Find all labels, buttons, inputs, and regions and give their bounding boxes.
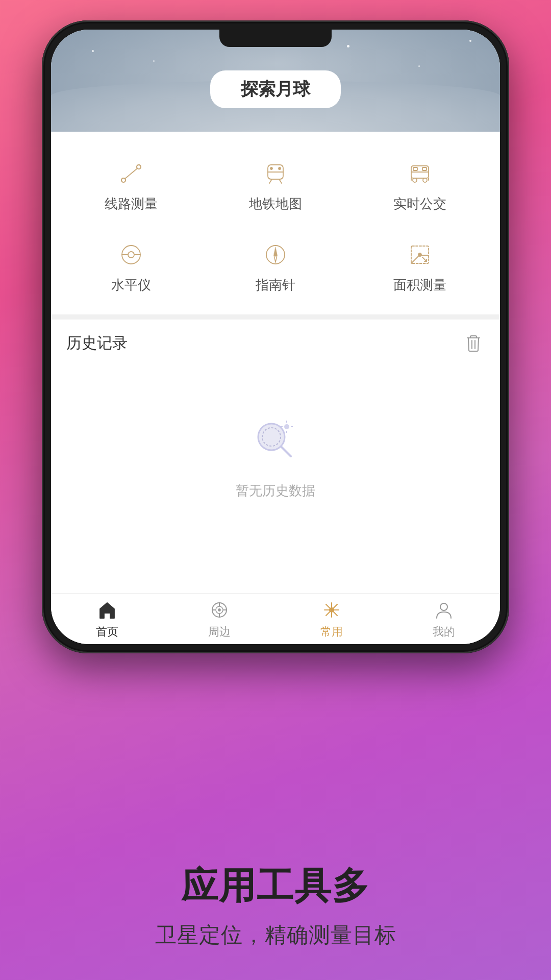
history-header: 历史记录 bbox=[66, 332, 485, 354]
nav-item-home[interactable]: 首页 bbox=[51, 594, 163, 645]
area-measure-icon bbox=[406, 240, 434, 269]
star bbox=[153, 60, 155, 62]
line-measure-label: 线路测量 bbox=[105, 195, 158, 213]
area-measure-label: 面积测量 bbox=[393, 276, 446, 294]
star bbox=[469, 40, 471, 42]
history-title: 历史记录 bbox=[66, 333, 128, 354]
nav-home-label: 首页 bbox=[96, 624, 118, 640]
title-pill: 探索月球 bbox=[210, 70, 341, 108]
compass-icon bbox=[261, 240, 290, 269]
level-icon bbox=[117, 240, 145, 269]
history-section: 历史记录 bbox=[51, 320, 500, 543]
svg-point-3 bbox=[121, 178, 126, 182]
svg-line-36 bbox=[282, 447, 291, 456]
nav-item-tools[interactable]: 常用 bbox=[276, 594, 388, 645]
star bbox=[92, 50, 94, 52]
tool-line-measure[interactable]: 线路测量 bbox=[61, 147, 201, 223]
empty-text: 暂无历史数据 bbox=[236, 482, 315, 500]
svg-line-9 bbox=[269, 179, 272, 183]
main-content: 线路测量 bbox=[51, 132, 500, 593]
svg-point-54 bbox=[440, 603, 447, 610]
tools-row-1: 线路测量 bbox=[61, 147, 490, 223]
hero-title: 探索月球 bbox=[241, 79, 310, 99]
tool-subway-map[interactable]: 地铁地图 bbox=[206, 147, 345, 223]
compass-label: 指南针 bbox=[256, 276, 295, 294]
svg-point-7 bbox=[270, 167, 272, 169]
subway-map-label: 地铁地图 bbox=[249, 195, 302, 213]
promo-main-text: 应用工具多 bbox=[31, 862, 520, 911]
nav-item-nearby[interactable]: 周边 bbox=[163, 594, 276, 645]
phone-screen: 探索月球 bbox=[51, 30, 500, 644]
level-label: 水平仪 bbox=[111, 276, 151, 294]
home-nav-icon bbox=[96, 599, 118, 621]
promo-text-area: 应用工具多 卫星定位，精确测量目标 bbox=[0, 862, 551, 949]
mine-nav-icon bbox=[433, 599, 455, 621]
svg-point-20 bbox=[128, 252, 134, 258]
svg-point-14 bbox=[423, 178, 427, 182]
svg-point-13 bbox=[413, 178, 417, 182]
tool-level[interactable]: 水平仪 bbox=[61, 228, 201, 304]
star bbox=[347, 45, 349, 47]
empty-search-icon bbox=[250, 415, 301, 467]
tool-area-measure[interactable]: 面积测量 bbox=[350, 228, 490, 304]
star bbox=[418, 65, 420, 67]
svg-point-26 bbox=[274, 254, 277, 256]
subway-icon bbox=[261, 159, 290, 188]
svg-point-8 bbox=[279, 167, 281, 169]
realtime-bus-label: 实时公交 bbox=[393, 195, 446, 213]
bus-icon bbox=[406, 159, 434, 188]
svg-line-2 bbox=[125, 168, 137, 179]
svg-rect-17 bbox=[413, 167, 417, 170]
tool-realtime-bus[interactable]: 实时公交 bbox=[350, 147, 490, 223]
tools-nav-icon bbox=[320, 599, 343, 621]
line-measure-icon bbox=[117, 159, 145, 188]
svg-point-37 bbox=[284, 424, 289, 429]
nav-nearby-label: 周边 bbox=[208, 624, 231, 640]
section-divider bbox=[51, 314, 500, 320]
svg-rect-18 bbox=[422, 167, 427, 170]
nearby-nav-icon bbox=[208, 599, 231, 621]
empty-state: 暂无历史数据 bbox=[66, 364, 485, 530]
nav-item-mine[interactable]: 我的 bbox=[388, 594, 500, 645]
phone-frame: 探索月球 bbox=[42, 20, 509, 653]
bottom-nav: 首页 周边 bbox=[51, 593, 500, 644]
notch bbox=[219, 30, 332, 47]
tools-row-2: 水平仪 指南针 bbox=[61, 228, 490, 304]
tool-compass[interactable]: 指南针 bbox=[206, 228, 345, 304]
svg-line-10 bbox=[279, 179, 282, 183]
svg-point-43 bbox=[218, 609, 220, 611]
tools-grid-section: 线路测量 bbox=[51, 132, 500, 314]
promo-sub-text: 卫星定位，精确测量目标 bbox=[31, 921, 520, 949]
nav-mine-label: 我的 bbox=[433, 624, 455, 640]
svg-point-30 bbox=[418, 253, 421, 256]
nav-tools-label: 常用 bbox=[320, 624, 343, 640]
svg-line-31 bbox=[422, 257, 427, 261]
svg-line-28 bbox=[411, 255, 419, 263]
delete-history-button[interactable] bbox=[462, 332, 485, 354]
svg-point-4 bbox=[137, 165, 141, 169]
